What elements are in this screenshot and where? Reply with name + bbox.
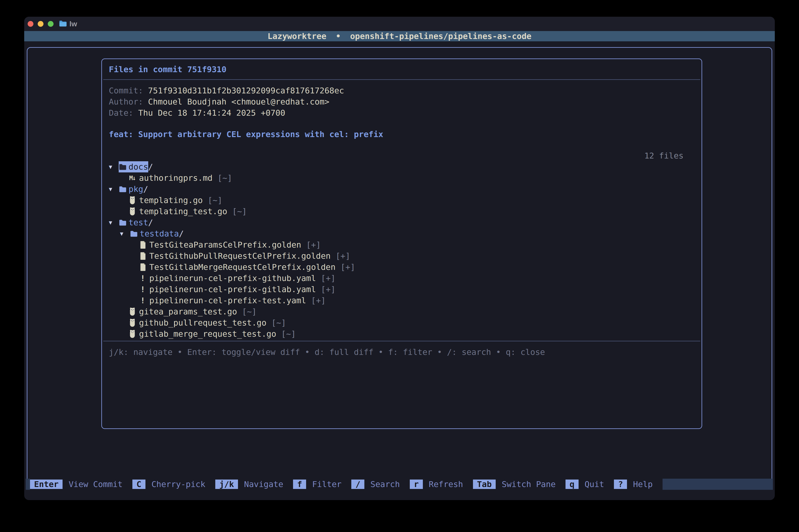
yaml-file-icon: ! — [139, 295, 149, 306]
commit-hash-row: Commit: 751f9310d311b1f2b301292099caf817… — [109, 85, 695, 96]
folder-slash: / — [148, 217, 153, 228]
folder-icon — [119, 185, 129, 193]
folder-name: docs — [129, 161, 148, 172]
key-badge: q — [566, 479, 578, 489]
tree-row-file[interactable]: TestGithubPullRequestCelPrefix.golden[+] — [109, 250, 695, 262]
change-marker: [+] — [306, 239, 321, 250]
key-badge: r — [410, 479, 423, 489]
macos-titlebar: lw — [24, 17, 775, 31]
key-action-label: Help — [633, 479, 653, 489]
file-tree: ▼docs/M↓authoringprs.md[~]▼pkg/templatin… — [109, 161, 695, 340]
file-name: templating.go — [139, 195, 203, 206]
statusbar-item[interactable]: qQuit — [566, 479, 614, 490]
key-action-label: Cherry-pick — [151, 479, 205, 489]
file-name: github_pullrequest_test.go — [139, 317, 266, 328]
folder-slash: / — [179, 228, 184, 239]
statusbar-item[interactable]: rRefresh — [410, 479, 473, 490]
tree-row-file[interactable]: M↓authoringprs.md[~] — [109, 172, 695, 184]
modal-help-text: j/k: navigate • Enter: toggle/view diff … — [109, 346, 695, 358]
folder-icon — [130, 230, 140, 238]
key-action-label: Filter — [312, 479, 341, 489]
file-name: pipelinerun-cel-prefix-test.yaml — [149, 295, 306, 306]
author-label: Author: — [109, 97, 143, 107]
author-row: Author: Chmouel Boudjnah <chmouel@redhat… — [109, 96, 695, 107]
file-name: pipelinerun-cel-prefix-github.yaml — [149, 273, 316, 284]
statusbar-item[interactable]: EnterView Commit — [30, 479, 132, 490]
tree-row-file[interactable]: TestGiteaParamsCelPrefix.golden[+] — [109, 239, 695, 250]
go-file-icon — [129, 196, 139, 205]
file-name: TestGitlabMergeRequestCelPrefix.golden — [149, 262, 336, 273]
change-marker: [~] — [208, 195, 222, 206]
folder-row: pkg — [119, 184, 143, 195]
tree-row-file[interactable]: templating_test.go[~] — [109, 206, 695, 217]
key-badge: ? — [614, 479, 627, 489]
tree-row-file[interactable]: templating.go[~] — [109, 195, 695, 206]
tree-row-file[interactable]: !pipelinerun-cel-prefix-test.yaml[+] — [109, 295, 695, 306]
key-badge: Enter — [30, 479, 62, 489]
chevron-down-icon: ▼ — [109, 217, 119, 228]
file-name: gitea_params_test.go — [139, 306, 237, 317]
key-badge: / — [351, 479, 364, 489]
repo-name: openshift-pipelines/pipelines-as-code — [350, 32, 531, 41]
commit-meta: Commit: 751f9310d311b1f2b301292099caf817… — [109, 85, 695, 118]
divider — [103, 79, 700, 80]
tree-row-file[interactable]: gitea_params_test.go[~] — [109, 306, 695, 317]
file-icon — [139, 241, 149, 249]
tree-row-file[interactable]: !pipelinerun-cel-prefix-gitlab.yaml[+] — [109, 284, 695, 295]
change-marker: [+] — [321, 284, 336, 295]
date-row: Date: Thu Dec 18 17:41:24 2025 +0700 — [109, 107, 695, 118]
minimize-button[interactable] — [38, 21, 43, 27]
statusbar-item[interactable]: /Search — [351, 479, 410, 490]
tree-row-file[interactable]: !pipelinerun-cel-prefix-github.yaml[+] — [109, 273, 695, 284]
tree-row-file[interactable]: gitlab_merge_request_test.go[~] — [109, 328, 695, 340]
bullet-separator: • — [336, 32, 341, 41]
statusbar-left-cap — [26, 479, 30, 490]
file-name: pipelinerun-cel-prefix-gitlab.yaml — [149, 284, 316, 295]
statusbar-item[interactable]: CCherry-pick — [132, 479, 215, 490]
zoom-button[interactable] — [48, 21, 54, 27]
folder-slash: / — [148, 161, 153, 172]
tree-row-file[interactable]: TestGitlabMergeRequestCelPrefix.golden[+… — [109, 262, 695, 273]
folder-slash: / — [143, 184, 148, 195]
statusbar-item[interactable]: TabSwitch Pane — [473, 479, 566, 490]
tree-row-folder[interactable]: ▼testdata/ — [109, 228, 695, 239]
tree-row-folder[interactable]: ▼docs/ — [109, 161, 695, 172]
tree-row-file[interactable]: github_pullrequest_test.go[~] — [109, 317, 695, 328]
folder-name: test — [129, 217, 148, 228]
folder-icon — [119, 218, 129, 227]
change-marker: [~] — [271, 317, 286, 328]
go-file-icon — [129, 307, 139, 316]
key-action-label: Refresh — [429, 479, 463, 489]
statusbar-item[interactable]: fFilter — [293, 479, 351, 490]
change-marker: [~] — [242, 306, 257, 317]
tree-row-folder[interactable]: ▼test/ — [109, 217, 695, 228]
go-file-icon — [129, 319, 139, 327]
statusbar-item[interactable]: j/kNavigate — [215, 479, 293, 490]
commit-message: feat: Support arbitrary CEL expressions … — [109, 129, 695, 140]
file-icon — [139, 263, 149, 271]
folder-proxy-icon — [59, 20, 67, 27]
chevron-down-icon: ▼ — [109, 161, 119, 172]
yaml-file-icon: ! — [139, 273, 149, 284]
close-button[interactable] — [27, 21, 33, 27]
chevron-down-icon: ▼ — [109, 184, 119, 195]
key-action-label: Navigate — [244, 479, 283, 489]
file-name: TestGithubPullRequestCelPrefix.golden — [149, 250, 330, 262]
commit-label: Commit: — [109, 86, 143, 95]
statusbar-item[interactable]: ?Help — [614, 479, 662, 490]
status-bar: EnterView CommitCCherry-pickj/kNavigatef… — [24, 479, 775, 490]
key-badge: j/k — [215, 479, 238, 489]
change-marker: [+] — [336, 250, 350, 262]
folder-name: pkg — [129, 184, 143, 195]
key-badge: f — [293, 479, 306, 489]
change-marker: [~] — [217, 172, 232, 184]
tree-row-folder[interactable]: ▼pkg/ — [109, 184, 695, 195]
author-value: Chmouel Boudjnah <chmouel@redhat.com> — [148, 97, 329, 107]
commit-hash: 751f9310d311b1f2b301292099caf817617268ec — [148, 86, 344, 95]
selected-row-highlight: docs — [119, 161, 148, 172]
file-name: gitlab_merge_request_test.go — [139, 328, 276, 340]
app-title-bar: Lazyworktree • openshift-pipelines/pipel… — [24, 31, 775, 41]
folder-row: test — [119, 217, 148, 228]
key-badge: C — [132, 479, 146, 489]
change-marker: [+] — [321, 273, 336, 284]
